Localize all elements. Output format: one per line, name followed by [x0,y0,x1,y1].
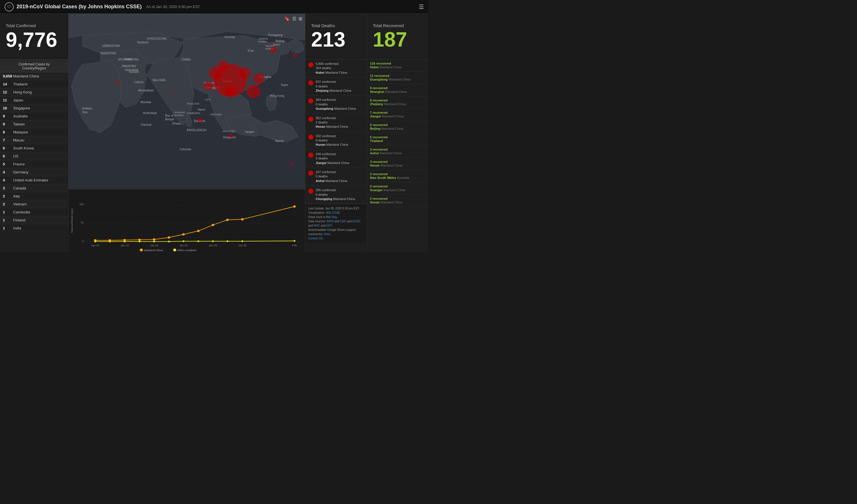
recovered-label: Total Recovered [373,23,423,28]
country-count: 1 [3,226,13,230]
svg-text:Mainland China: Mainland China [144,249,163,252]
country-list-item[interactable]: 1Finland [0,216,68,224]
svg-text:New Delhi: New Delhi [153,79,166,82]
svg-point-95 [109,240,111,242]
source-link-dxy[interactable]: DXY [326,224,332,227]
country-list-item[interactable]: 11Japan [0,96,68,104]
main-content: Total Confirmed 9,776 .land { fill: #3a3… [0,14,428,252]
svg-point-100 [183,240,184,242]
country-count: 8 [3,130,13,134]
recovered-list-item: 5 recovered Beijing Mainland China [367,121,428,133]
svg-point-56 [218,61,228,71]
menu-button[interactable]: ☰ [419,3,424,10]
country-list-item[interactable]: 9Australia [0,112,68,120]
sheet-link[interactable]: Here [324,233,330,236]
country-count: 10 [3,106,13,110]
svg-text:Bengal: Bengal [165,118,174,121]
country-count: 3 [3,186,13,190]
svg-point-55 [225,86,236,97]
recovered-location: Zhejiang Mainland China [370,102,426,106]
recovered-location: Beijing Mainland China [370,127,426,131]
deaths-indicator [308,171,313,176]
deaths-label: Total Deaths [311,23,361,28]
recovered-location: Guangdong Mainland China [370,78,426,81]
source-link-nhc[interactable]: NHC [314,224,320,227]
country-list-item[interactable]: 9Taiwan [0,120,68,128]
source-link-ecdc[interactable]: ECDC [353,220,360,223]
country-name: Thailand [13,82,28,86]
recovered-count: 2 recovered [370,185,426,188]
country-list[interactable]: 9,658Mainland China14Thailand12Hong Kong… [0,72,68,252]
svg-point-85 [138,239,140,241]
bookmark-icon[interactable]: 🔖 [284,16,290,21]
country-count: 9 [3,122,13,126]
recovered-list-item: 9 recovered Zhejiang Mainland China [367,96,428,108]
svg-point-58 [254,74,264,84]
recovered-location: New South Wales Australia [370,176,426,180]
map-area: .land { fill: #3a3e47; stroke: #555; str… [69,14,305,252]
country-count: 2 [3,202,13,206]
country-list-item[interactable]: 1Cambodia [0,208,68,216]
recovered-secondary: Mainland China [380,65,401,69]
source-link-who[interactable]: WHO [326,220,333,223]
confirmed-panel: Total Confirmed 9,776 [0,14,69,60]
svg-text:MYANMAR: MYANMAR [174,111,185,114]
svg-point-92 [241,218,243,221]
country-list-item[interactable]: 12Hong Kong [0,88,68,96]
country-name: Malaysia [13,130,28,134]
recovered-location: Guangxi Mainland China [370,188,426,192]
recovered-primary: Jiangxi [370,115,381,118]
recovered-location: Thailand [370,139,426,143]
country-list-item[interactable]: 4Germany [0,168,68,176]
recovered-number: 187 [373,29,423,50]
country-list-item[interactable]: 2Italy [0,192,68,200]
svg-point-104 [241,240,243,242]
country-name: Japan [13,98,23,102]
country-list-item[interactable]: 5France [0,160,68,168]
jhu-csse-link[interactable]: JHU CSSE [326,211,340,214]
svg-text:Dhaka: Dhaka [172,122,181,125]
country-list-item[interactable]: 10Singapore [0,104,68,112]
deaths-panel: Total Deaths 213 [305,14,367,60]
map-toolbar: 🔖 ☰ ⊞ [284,16,302,21]
recovered-list-item: 3 recovered Henan Mainland China [367,158,428,170]
country-list-item[interactable]: 3Canada [0,184,68,192]
country-list-item[interactable]: 7Macau [0,136,68,144]
svg-text:Manila: Manila [275,139,284,142]
svg-text:PAKISTAN: PAKISTAN [122,65,136,68]
deaths-list-item: 206 confirmed;0 deathsChongqing Mainland… [305,186,367,204]
country-list-item[interactable]: 1India [0,224,68,232]
svg-text:Colombo: Colombo [180,148,191,151]
country-list-item[interactable]: 6US [0,152,68,160]
list-icon[interactable]: ☰ [292,16,296,21]
svg-point-64 [290,162,293,165]
deaths-item-text: 332 confirmed;0 deathsHunan Mainland Chi… [316,134,348,147]
svg-text:Jan 28: Jan 28 [209,244,217,247]
deaths-list-item: 332 confirmed;0 deathsHunan Mainland Chi… [305,132,367,150]
svg-text:Beijing: Beijing [276,39,284,43]
country-count: 11 [3,98,13,102]
country-list-item[interactable]: 14Thailand [0,80,68,88]
country-name: Cambodia [13,210,30,214]
svg-text:TAJIKISTAN: TAJIKISTAN [100,52,116,55]
country-list-item[interactable]: 9,658Mainland China [0,72,68,80]
grid-icon[interactable]: ⊞ [299,16,302,21]
svg-point-61 [198,118,202,122]
country-list-item[interactable]: 4United Arab Emirates [0,176,68,184]
contact-link[interactable]: Contact US. [308,237,324,240]
country-count: 1 [3,210,13,214]
country-list-item[interactable]: 6South Korea [0,144,68,152]
svg-text:CHINA: CHINA [181,58,190,61]
recovered-list-item: 116 recovered Hubei Mainland China [367,60,428,72]
recovered-primary: Zhejiang [370,102,383,106]
country-list-item[interactable]: 2Vietnam [0,200,68,208]
source-link-cdc[interactable]: CDC [340,220,346,223]
svg-point-57 [204,82,213,90]
svg-text:Hong Kong: Hong Kong [270,94,285,97]
deaths-item-text: 352 confirmed;2 deathsHenan Mainland Chi… [316,116,348,129]
country-name: Germany [13,170,28,174]
country-list-item[interactable]: 8Malaysia [0,128,68,136]
header-left: 🛡 2019-nCoV Global Cases (by Johns Hopki… [4,2,200,12]
confirmed-label: Total Confirmed [6,23,63,29]
blog-link[interactable]: blog [331,215,337,219]
